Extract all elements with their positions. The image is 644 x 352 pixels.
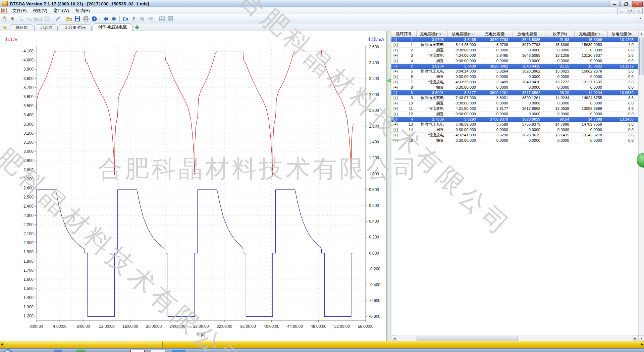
table-vscrollbar[interactable]: ▲ ▼ bbox=[638, 31, 644, 341]
data-window-button[interactable] bbox=[42, 15, 50, 23]
favorite-star-icon[interactable]: ★ bbox=[3, 25, 7, 31]
expand-toggle[interactable]: [+] bbox=[391, 133, 403, 138]
expand-toggle[interactable]: [+] bbox=[391, 122, 403, 127]
expand-toggle[interactable]: [+] bbox=[391, 58, 403, 63]
expand-toggle[interactable]: [-] bbox=[391, 90, 403, 95]
scroll-right-button[interactable]: ▶ bbox=[633, 336, 638, 341]
menu-item[interactable]: 视图(V) bbox=[30, 7, 50, 14]
language-button[interactable]: En bbox=[121, 15, 129, 23]
forward-button[interactable] bbox=[110, 15, 118, 23]
zoom-select-button[interactable] bbox=[25, 15, 34, 23]
expand-toggle[interactable]: [+] bbox=[391, 42, 403, 47]
step-detail-row[interactable]: [+]14搁置0:30:00:0000.00000.00000.00000.00… bbox=[391, 127, 638, 133]
select-tool-button[interactable] bbox=[9, 15, 17, 23]
hscroll-thumb[interactable] bbox=[417, 336, 518, 341]
cycle-summary-row[interactable]: [-]13.97083.64653970.77933646.508591.831… bbox=[391, 37, 638, 42]
back-button[interactable] bbox=[102, 15, 110, 23]
close-button[interactable]: × bbox=[632, 1, 643, 7]
tab-时间-电压&电流[interactable]: 时间-电压&电流 bbox=[93, 24, 132, 31]
taskbar-icon-document[interactable] bbox=[151, 350, 165, 352]
expand-toggle[interactable]: [-] bbox=[391, 37, 403, 42]
tab-记录层[interactable]: 记录层 bbox=[34, 24, 58, 31]
expand-toggle[interactable]: [+] bbox=[391, 95, 403, 100]
stat-list-button-1[interactable]: x̄ bbox=[138, 15, 146, 23]
step-detail-row[interactable]: [+]16搁置0:30:00:0000.00000.00000.00000.00… bbox=[391, 138, 638, 143]
gold-scrollbar[interactable]: ◀ ▶ bbox=[0, 341, 644, 349]
step-detail-row[interactable]: [+]3恒流放电4:34:00:0003.64653646.508513.120… bbox=[391, 53, 638, 58]
gold-scroll-thumb[interactable] bbox=[4, 342, 163, 348]
step-detail-row[interactable]: [+]13恒流恒压充电7:48:39:0003.75893758.937914.… bbox=[391, 122, 638, 127]
restore-button[interactable] bbox=[621, 1, 631, 7]
scroll-left-button[interactable]: ◀ bbox=[392, 336, 397, 341]
child-close-button[interactable]: × bbox=[635, 8, 643, 14]
expand-toggle[interactable]: [-] bbox=[391, 117, 403, 122]
step-detail-row[interactable]: [+]7恒流放电4:33:35:0003.64093640.941013.127… bbox=[391, 80, 638, 85]
expand-toggle[interactable]: [+] bbox=[391, 106, 403, 111]
column-header[interactable]: 循环序号 bbox=[391, 31, 417, 37]
expand-toggle[interactable]: [+] bbox=[391, 69, 403, 74]
step-detail-row[interactable]: [+]1恒流恒压充电8:14:25:0003.97083970.779315.6… bbox=[391, 42, 638, 48]
expand-toggle[interactable]: [+] bbox=[391, 101, 403, 106]
cycle-summary-row[interactable]: [-]33.80013.61773800.12613617.656295.201… bbox=[391, 90, 638, 95]
menu-item[interactable]: 窗口(W) bbox=[50, 7, 72, 14]
step-detail-row[interactable]: [+]4搁置0:30:00:0000.00000.00000.00000.000… bbox=[391, 58, 638, 64]
toolbar-collapse-button[interactable]: ▲ bbox=[639, 16, 642, 20]
step-detail-row[interactable]: [+]2搁置0:30:00:0000.00000.00000.00000.000… bbox=[391, 48, 638, 53]
tab-循环层[interactable]: 循环层 bbox=[10, 24, 33, 31]
detail-grid-button[interactable] bbox=[166, 15, 174, 23]
taskbar-icon-green[interactable] bbox=[76, 350, 85, 352]
taskbar-icon-blue[interactable] bbox=[172, 350, 186, 352]
expand-toggle[interactable]: [-] bbox=[391, 64, 403, 69]
expand-toggle[interactable]: [+] bbox=[391, 127, 403, 132]
step-detail-row[interactable]: [+]11恒流放电4:31:50:0003.61773617.656213.05… bbox=[391, 106, 638, 112]
expand-toggle[interactable]: [+] bbox=[391, 138, 403, 143]
table-hscrollbar[interactable]: ◀ ▶ bbox=[391, 335, 638, 341]
cycle-summary-row[interactable]: [-]43.75893.62903758.93793628.961996.541… bbox=[391, 117, 638, 122]
expand-toggle[interactable]: [+] bbox=[391, 85, 403, 90]
tab-比容量-电压[interactable]: 比容量-电压 bbox=[59, 24, 92, 31]
scroll-up-button[interactable]: ▲ bbox=[639, 31, 644, 36]
add-tab-star-icon[interactable]: ✚ bbox=[135, 25, 139, 31]
expand-toggle[interactable]: [+] bbox=[391, 53, 403, 58]
expand-toggle[interactable]: [+] bbox=[391, 80, 403, 85]
step-detail-row[interactable]: [+]15恒流放电4:32:41:0003.62903628.961913.14… bbox=[391, 133, 638, 138]
line-tool-button[interactable] bbox=[54, 15, 62, 23]
help-button[interactable]: ? bbox=[90, 15, 98, 23]
expand-toggle[interactable]: [+] bbox=[391, 74, 403, 79]
pan-tool-button[interactable] bbox=[0, 15, 8, 23]
open-file-button[interactable] bbox=[65, 15, 73, 23]
step-detail-row[interactable]: [+]8搁置0:30:00:0000.00000.00000.00000.000… bbox=[391, 85, 638, 90]
column-header[interactable]: 放电比容量... bbox=[513, 31, 545, 37]
bulb-icon[interactable] bbox=[387, 79, 391, 82]
minimize-button[interactable] bbox=[609, 1, 620, 7]
menu-item[interactable]: 文件(F) bbox=[9, 7, 30, 14]
child-restore-button[interactable] bbox=[626, 8, 634, 14]
grid-view-button[interactable] bbox=[158, 15, 166, 23]
print-button[interactable] bbox=[82, 15, 90, 23]
step-detail-row[interactable]: [+]9恒流恒压充电7:43:07:0003.80013800.126114.9… bbox=[391, 95, 638, 101]
gold-scroll-left-button[interactable]: ◀ bbox=[1, 342, 3, 346]
column-header[interactable]: 放电容量(m... bbox=[448, 31, 480, 37]
step-detail-row[interactable]: [+]6搁置0:30:00:0000.00000.00000.00000.000… bbox=[391, 74, 638, 80]
column-header[interactable]: 效率(%) bbox=[545, 31, 575, 37]
step-detail-row[interactable]: [+]10搁置0:30:00:0000.00000.00000.00000.00… bbox=[391, 101, 638, 106]
pin-button[interactable] bbox=[130, 15, 138, 23]
expand-toggle[interactable]: [+] bbox=[391, 112, 403, 117]
start-orb[interactable] bbox=[3, 349, 13, 352]
scroll-down-button[interactable]: ▼ bbox=[639, 336, 644, 341]
stat-list-button-2[interactable]: x̄ bbox=[147, 15, 155, 23]
cycle-summary-row[interactable]: [-]23.82643.64093826.39623640.941095.151… bbox=[391, 64, 638, 69]
column-header[interactable]: 充电比容量... bbox=[480, 31, 513, 37]
column-header[interactable]: 充电能量(m... bbox=[575, 31, 608, 37]
child-minimize-button[interactable] bbox=[617, 8, 625, 14]
column-header[interactable]: 充电容量(m... bbox=[417, 31, 448, 37]
save-button[interactable] bbox=[73, 15, 82, 23]
gold-scroll-right-button[interactable]: ▶ bbox=[641, 342, 643, 346]
vscroll-thumb[interactable] bbox=[639, 38, 644, 75]
expand-toggle[interactable]: [+] bbox=[391, 48, 403, 53]
reset-button[interactable]: RST bbox=[34, 15, 42, 23]
step-detail-row[interactable]: [+]12搁置0:30:00:0000.00000.00000.00000.00… bbox=[391, 112, 638, 117]
taskbar-icon-window[interactable] bbox=[54, 350, 62, 352]
taskbar-icon-red-outline[interactable] bbox=[130, 350, 145, 352]
column-header[interactable]: 放电能量(m... bbox=[608, 31, 638, 37]
